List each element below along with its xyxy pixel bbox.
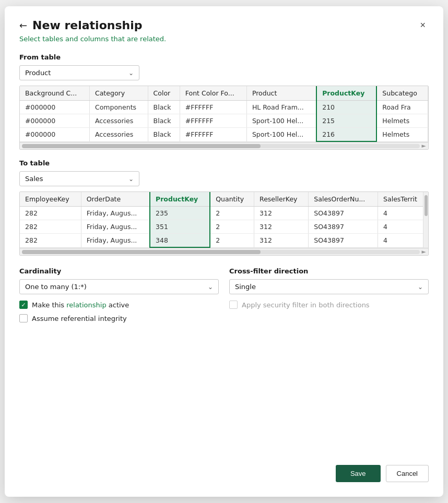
to-col-5[interactable]: SalesOrderNu... [309, 192, 378, 207]
cardinality-section: Cardinality One to many (1:*) ⌄ ✓ Make t… [19, 267, 219, 328]
to-table-selected: Sales [25, 175, 43, 183]
referential-integrity-checkbox[interactable] [19, 314, 28, 322]
make-active-suffix: active [107, 301, 129, 309]
cancel-button[interactable]: Cancel [386, 465, 429, 482]
make-active-link[interactable]: relationship [66, 301, 106, 309]
from-cell: Helmets [376, 128, 428, 142]
to-cell: 312 [254, 207, 309, 220]
to-table-chevron-icon: ⌄ [128, 175, 134, 183]
to-cell: Friday, Augus... [81, 220, 150, 234]
from-table-scroll-right[interactable]: ► [422, 142, 426, 149]
from-cell: Sport-100 Hel... [246, 114, 316, 128]
from-cell: Accessories [89, 114, 148, 128]
from-col-4[interactable]: Product [246, 86, 316, 101]
to-table-container: EmployeeKey OrderDate ProductKey Quantit… [19, 191, 429, 256]
from-table-wrap: Background C... Category Color Font Colo… [20, 86, 428, 142]
to-cell: 312 [254, 234, 309, 248]
to-cell: 4 [378, 207, 428, 220]
to-cell-productkey: 235 [150, 207, 210, 220]
cross-filter-label: Cross-filter direction [229, 267, 429, 275]
from-table-scrollbar[interactable]: ► [20, 142, 428, 149]
from-col-6[interactable]: Subcatego [376, 86, 428, 101]
to-cell: 282 [20, 207, 81, 220]
to-cell: 2 [210, 220, 254, 234]
from-cell: #000000 [20, 101, 89, 114]
from-table-chevron-icon: ⌄ [128, 69, 134, 77]
from-table-selected: Product [25, 69, 51, 77]
referential-integrity-label: Assume referential integrity [32, 315, 127, 322]
referential-integrity-row: Assume referential integrity [19, 314, 219, 322]
make-active-checkbox[interactable]: ✓ [19, 301, 28, 309]
from-table-dropdown[interactable]: Product ⌄ [19, 65, 139, 80]
to-table-row: 282 Friday, Augus... 348 2 312 SO43897 4 [20, 234, 428, 248]
from-cell: Black [148, 128, 180, 142]
to-col-1[interactable]: OrderDate [81, 192, 150, 207]
from-col-5-productkey[interactable]: ProductKey [316, 86, 376, 101]
from-cell-productkey: 210 [316, 101, 376, 114]
to-cell: 4 [378, 234, 428, 248]
to-table-scrolltrack [22, 250, 420, 254]
to-cell: Friday, Augus... [81, 234, 150, 248]
from-table-label: From table [19, 53, 429, 61]
from-table-scrolltrack [22, 144, 420, 148]
dialog-header: ← New relationship × [19, 19, 429, 32]
from-cell: Sport-100 Hel... [246, 128, 316, 142]
cross-filter-selected: Single [235, 283, 256, 291]
to-col-0[interactable]: EmployeeKey [20, 192, 81, 207]
to-cell: Friday, Augus... [81, 207, 150, 220]
cross-filter-chevron-icon: ⌄ [418, 283, 423, 291]
to-col-3[interactable]: Quantity [210, 192, 254, 207]
from-cell: #FFFFFF [180, 128, 246, 142]
save-button[interactable]: Save [336, 465, 381, 482]
from-col-3[interactable]: Font Color Fo... [180, 86, 246, 101]
make-active-row: ✓ Make this relationship active [19, 301, 219, 309]
to-cell: SO43897 [309, 220, 378, 234]
from-cell: Accessories [89, 128, 148, 142]
from-cell: Components [89, 101, 148, 114]
to-cell-productkey: 348 [150, 234, 210, 248]
to-table-vscrollbar[interactable] [423, 192, 428, 248]
from-cell: Black [148, 101, 180, 114]
from-cell: #FFFFFF [180, 101, 246, 114]
from-col-1[interactable]: Category [89, 86, 148, 101]
cardinality-chevron-icon: ⌄ [208, 283, 213, 291]
to-table-row: 282 Friday, Augus... 351 2 312 SO43897 4 [20, 220, 428, 234]
to-cell: 282 [20, 234, 81, 248]
from-table-header-row: Background C... Category Color Font Colo… [20, 86, 428, 101]
to-table-wrap: EmployeeKey OrderDate ProductKey Quantit… [20, 192, 428, 248]
to-table-scrollbar[interactable]: ► [20, 248, 428, 255]
cardinality-selected: One to many (1:*) [25, 283, 87, 291]
security-filter-checkbox [229, 301, 238, 309]
to-table-label: To table [19, 159, 429, 167]
to-cell: SO43897 [309, 207, 378, 220]
from-col-2[interactable]: Color [148, 86, 180, 101]
cardinality-label: Cardinality [19, 267, 219, 275]
to-cell: 4 [378, 220, 428, 234]
close-button[interactable]: × [417, 19, 429, 32]
cross-filter-dropdown[interactable]: Single ⌄ [229, 279, 429, 294]
from-cell: #FFFFFF [180, 114, 246, 128]
from-col-0[interactable]: Background C... [20, 86, 89, 101]
to-table-scroll-right[interactable]: ► [422, 248, 426, 255]
from-table: Background C... Category Color Font Colo… [20, 86, 428, 142]
to-table-dropdown[interactable]: Sales ⌄ [19, 171, 139, 186]
from-table-scrollthumb [22, 144, 261, 148]
to-col-6[interactable]: SalesTerrit [378, 192, 428, 207]
to-col-2-productkey[interactable]: ProductKey [150, 192, 210, 207]
dialog-footer: Save Cancel [19, 454, 429, 482]
back-button[interactable]: ← [19, 21, 27, 30]
to-cell: SO43897 [309, 234, 378, 248]
cardinality-dropdown[interactable]: One to many (1:*) ⌄ [19, 279, 219, 294]
from-table-row: #000000 Accessories Black #FFFFFF Sport-… [20, 128, 428, 142]
from-cell: Helmets [376, 114, 428, 128]
dialog-title: New relationship [32, 19, 142, 32]
from-cell: HL Road Fram... [246, 101, 316, 114]
dialog-subtitle: Select tables and columns that are relat… [19, 35, 429, 43]
security-filter-row: Apply security filter in both directions [229, 301, 429, 309]
from-cell-productkey: 216 [316, 128, 376, 142]
to-table-vscroll-thumb [425, 195, 428, 216]
to-col-4[interactable]: ResellerKey [254, 192, 309, 207]
to-table: EmployeeKey OrderDate ProductKey Quantit… [20, 192, 428, 248]
from-table-row: #000000 Components Black #FFFFFF HL Road… [20, 101, 428, 114]
to-cell: 2 [210, 207, 254, 220]
